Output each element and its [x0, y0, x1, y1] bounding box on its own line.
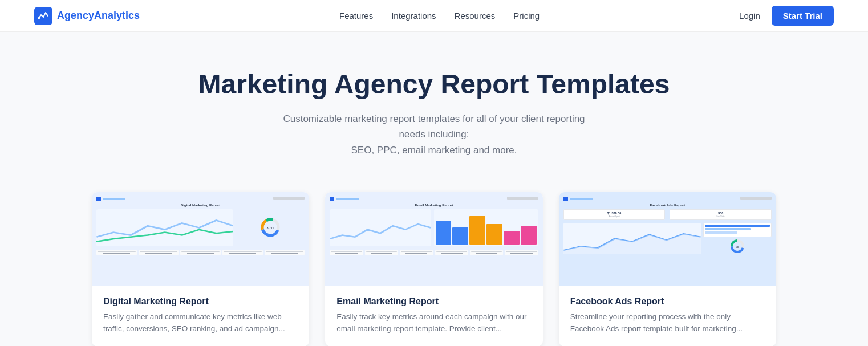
svg-point-1 [38, 17, 40, 19]
svg-text:3,711: 3,711 [267, 226, 274, 230]
card-desc-facebook: Streamline your reporting process with t… [570, 311, 765, 335]
card-desc-digital: Easily gather and communicate key metric… [103, 311, 298, 335]
cards-grid: Digital Marketing Report [92, 192, 776, 346]
logo-text: AgencyAnalytics [57, 10, 140, 22]
nav-features[interactable]: Features [339, 11, 373, 21]
card-body-facebook: Facebook Ads Report Streamline your repo… [559, 286, 776, 346]
hero-subtitle: Customizable marketing report templates … [274, 111, 594, 158]
card-digital-marketing[interactable]: Digital Marketing Report [92, 192, 309, 346]
card-title-email: Email Marketing Report [336, 296, 531, 307]
navigation: AgencyAnalytics Features Integrations Re… [0, 0, 868, 32]
login-link[interactable]: Login [739, 11, 760, 21]
card-body-digital: Digital Marketing Report Easily gather a… [92, 286, 309, 346]
hero-section: Marketing Agency Report Templates Custom… [0, 32, 868, 181]
logo-icon [34, 7, 52, 25]
card-desc-email: Easily track key metrics around each cam… [336, 311, 531, 335]
nav-resources[interactable]: Resources [455, 11, 496, 21]
card-preview-digital: Digital Marketing Report [92, 192, 309, 286]
card-email-marketing[interactable]: Email Marketing Report [325, 192, 542, 346]
svg-marker-7 [563, 234, 701, 254]
card-preview-facebook: Facebook Ads Report $1,339.00 Amount Spe… [559, 192, 776, 286]
page-title: Marketing Agency Report Templates [11, 68, 857, 100]
svg-text:100: 100 [735, 246, 739, 249]
cards-section: Digital Marketing Report [0, 181, 868, 346]
nav-integrations[interactable]: Integrations [391, 11, 436, 21]
start-trial-button[interactable]: Start Trial [772, 6, 834, 26]
card-body-email: Email Marketing Report Easily track key … [325, 286, 542, 346]
nav-actions: Login Start Trial [739, 6, 834, 26]
card-title-digital: Digital Marketing Report [103, 296, 298, 307]
card-title-facebook: Facebook Ads Report [570, 296, 765, 307]
card-facebook-ads[interactable]: Facebook Ads Report $1,339.00 Amount Spe… [559, 192, 776, 346]
nav-pricing[interactable]: Pricing [513, 11, 540, 21]
card-preview-email: Email Marketing Report [325, 192, 542, 286]
logo[interactable]: AgencyAnalytics [34, 7, 140, 25]
nav-menu: Features Integrations Resources Pricing [339, 11, 540, 21]
